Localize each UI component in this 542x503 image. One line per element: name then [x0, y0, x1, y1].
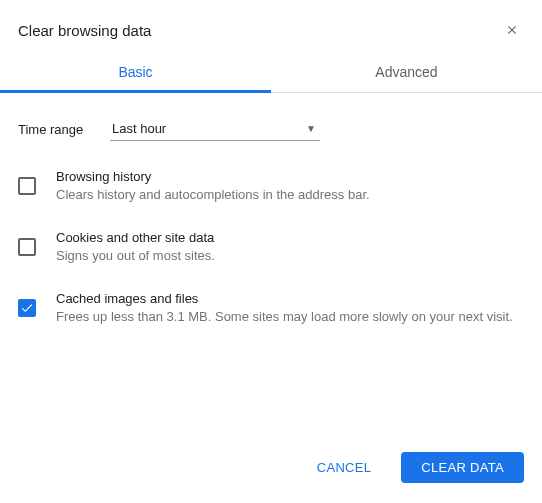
dialog-header: Clear browsing data	[0, 0, 542, 50]
dialog-body: Time range Last hour ▼ Browsing history …	[0, 93, 542, 440]
dialog-footer: CANCEL CLEAR DATA	[0, 440, 542, 503]
clear-data-button[interactable]: CLEAR DATA	[401, 452, 524, 483]
time-range-row: Time range Last hour ▼	[18, 117, 524, 141]
cancel-button[interactable]: CANCEL	[297, 452, 392, 483]
tab-bar: Basic Advanced	[0, 50, 542, 93]
option-text: Browsing history Clears history and auto…	[56, 169, 524, 204]
option-description: Signs you out of most sites.	[56, 247, 524, 265]
option-cached: Cached images and files Frees up less th…	[18, 291, 524, 326]
option-description: Frees up less than 3.1 MB. Some sites ma…	[56, 308, 524, 326]
dialog-title: Clear browsing data	[18, 22, 151, 39]
checkbox-cookies[interactable]	[18, 238, 36, 256]
chevron-down-icon: ▼	[306, 123, 316, 134]
option-browsing-history: Browsing history Clears history and auto…	[18, 169, 524, 204]
option-text: Cached images and files Frees up less th…	[56, 291, 524, 326]
close-button[interactable]	[502, 20, 522, 40]
option-text: Cookies and other site data Signs you ou…	[56, 230, 524, 265]
tab-basic[interactable]: Basic	[0, 50, 271, 92]
time-range-value: Last hour	[112, 121, 166, 136]
time-range-select[interactable]: Last hour ▼	[110, 117, 320, 141]
checkbox-cached[interactable]	[18, 299, 36, 317]
close-icon	[505, 23, 519, 37]
time-range-label: Time range	[18, 122, 110, 137]
checkmark-icon	[20, 301, 34, 315]
checkbox-browsing-history[interactable]	[18, 177, 36, 195]
option-title: Browsing history	[56, 169, 524, 184]
clear-browsing-data-dialog: Clear browsing data Basic Advanced Time …	[0, 0, 542, 503]
option-cookies: Cookies and other site data Signs you ou…	[18, 230, 524, 265]
option-title: Cached images and files	[56, 291, 524, 306]
option-description: Clears history and autocompletions in th…	[56, 186, 524, 204]
option-title: Cookies and other site data	[56, 230, 524, 245]
tab-advanced[interactable]: Advanced	[271, 50, 542, 92]
